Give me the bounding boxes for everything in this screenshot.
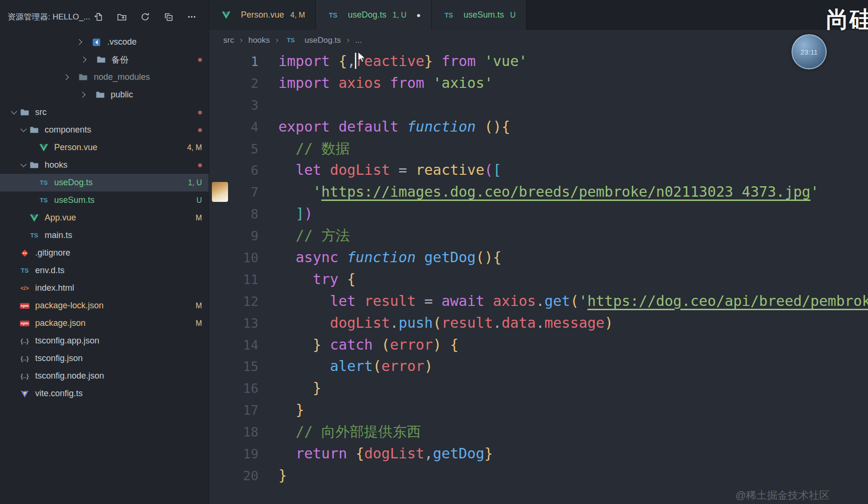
token: }: [313, 336, 330, 353]
tree-item-node_modules[interactable]: node_modules: [0, 68, 209, 86]
tree-item-label: hooks: [45, 160, 67, 170]
file-tree: .vscode备份node_modulespublicsrccomponents…: [0, 33, 209, 504]
token: {: [338, 53, 347, 69]
token: }: [296, 401, 304, 418]
code-line-11[interactable]: 11 try {: [209, 268, 868, 290]
gutter: 17: [209, 399, 278, 421]
code-text: // 数据: [278, 138, 350, 160]
tree-item-vite.config.ts[interactable]: vite.config.ts: [0, 385, 209, 402]
token: error: [390, 336, 433, 353]
folder-modified-dot: [198, 111, 202, 114]
tree-item-decorations: [198, 111, 209, 114]
tree-item-index.html[interactable]: </>index.html: [0, 279, 209, 297]
tree-item-label: useSum.ts: [54, 195, 95, 205]
breadcrumb-item-useDog.ts[interactable]: TSuseDog.ts: [284, 36, 341, 45]
token: [278, 227, 296, 244]
tab-useSum.ts[interactable]: TSuseSum.tsU: [432, 0, 527, 30]
git-status-badge: M: [196, 214, 202, 222]
code-line-16[interactable]: 16 }: [209, 377, 868, 399]
token: (: [485, 162, 493, 178]
tree-item-components[interactable]: components: [0, 121, 209, 139]
line-number: 17: [243, 403, 258, 418]
tree-item-.gitignore[interactable]: .gitignore: [0, 244, 209, 262]
code-line-13[interactable]: 13 dogList.push(result.data.message): [209, 312, 868, 334]
collapse-folders-icon[interactable]: [162, 12, 175, 21]
breadcrumb: src›hooks›TSuseDog.ts›...: [209, 30, 868, 50]
code-line-8[interactable]: 8 ]): [209, 203, 868, 225]
code-line-1[interactable]: 1import {,reactive} from 'vue': [209, 50, 868, 72]
new-folder-icon[interactable]: [115, 12, 128, 21]
tree-item-package.json[interactable]: npmpackage.jsonM: [0, 314, 209, 332]
line-number: 19: [243, 447, 258, 461]
token: ]: [296, 205, 304, 222]
tree-item-App.vue[interactable]: App.vueM: [0, 209, 209, 227]
more-actions-icon[interactable]: [185, 12, 198, 21]
code-line-9[interactable]: 9 // 方法: [209, 225, 868, 247]
tree-item-tsconfig.node.json[interactable]: {..}tsconfig.node.json: [0, 367, 209, 385]
gutter: 2: [209, 72, 278, 94]
token: push: [399, 314, 433, 331]
tree-item-hooks[interactable]: hooks: [0, 156, 209, 174]
tree-item-decorations: U: [196, 196, 209, 205]
tree-item-main.ts[interactable]: TSmain.ts: [0, 227, 209, 244]
tab-useDog.ts[interactable]: TSuseDog.ts1, U●: [316, 0, 431, 30]
folder-icon: [28, 162, 41, 169]
code-line-18[interactable]: 18 // 向外部提供东西: [209, 421, 868, 443]
code-line-2[interactable]: 2import axios from 'axios': [209, 72, 868, 94]
code-line-20[interactable]: 20}: [209, 465, 868, 486]
tree-item-src[interactable]: src: [0, 104, 209, 121]
chevron-right-icon: [75, 40, 90, 44]
tree-item-tsconfig.json[interactable]: {..}tsconfig.json: [0, 350, 209, 367]
code-line-5[interactable]: 5 // 数据: [209, 138, 868, 160]
code-line-7[interactable]: 7 'https://images.dog.ceo/breeds/pembrok…: [209, 181, 868, 203]
tree-item-label: 备份: [112, 54, 129, 66]
code-text: // 方法: [278, 225, 350, 247]
git-status-badge: M: [196, 302, 202, 310]
tree-item-env.d.ts[interactable]: TSenv.d.ts: [0, 262, 209, 279]
tree-item-Person.vue[interactable]: Person.vue4, M: [0, 139, 209, 156]
code-line-17[interactable]: 17 }: [209, 399, 868, 421]
gutter: 12: [209, 290, 278, 312]
tree-item-useSum.ts[interactable]: TSuseSum.tsU: [0, 191, 209, 209]
tab-git-badge: 4, M: [290, 11, 305, 19]
tree-item-label: env.d.ts: [35, 266, 65, 276]
code-line-10[interactable]: 10 async function getDog(){: [209, 247, 868, 268]
breadcrumb-item-src[interactable]: src: [223, 36, 234, 45]
token: (: [433, 314, 441, 331]
code-line-4[interactable]: 4export default function (){: [209, 116, 868, 138]
tree-item-useDog.ts[interactable]: TSuseDog.ts1, U: [0, 174, 209, 191]
recording-clock-overlay: 23:11: [792, 34, 827, 69]
tree-item-package-lock.json[interactable]: npmpackage-lock.jsonM: [0, 297, 209, 314]
breadcrumb-item-hooks[interactable]: hooks: [248, 36, 270, 45]
code-line-12[interactable]: 12 let result = await axios.get('https:/…: [209, 290, 868, 312]
token: axios: [493, 293, 536, 309]
token: // 向外部提供东西: [296, 423, 421, 440]
code-line-6[interactable]: 6 let dogList = reactive([: [209, 159, 868, 181]
tree-item-.vscode[interactable]: .vscode: [0, 33, 209, 51]
code-line-19[interactable]: 19 return {dogList,getDog}: [209, 443, 868, 465]
tree-item-备份[interactable]: 备份: [0, 51, 209, 68]
breadcrumb-item-...[interactable]: ...: [355, 36, 362, 45]
tab-label: useSum.ts: [464, 10, 504, 20]
code-area[interactable]: 1import {,reactive} from 'vue'2import ax…: [209, 50, 868, 504]
token: return: [296, 445, 355, 462]
tree-item-tsconfig.app.json[interactable]: {..}tsconfig.app.json: [0, 332, 209, 350]
token: ): [604, 314, 613, 331]
new-file-icon[interactable]: [92, 12, 105, 21]
refresh-icon[interactable]: [138, 12, 152, 21]
token: [278, 445, 296, 462]
breadcrumb-label: hooks: [248, 36, 270, 45]
unsaved-dot[interactable]: ●: [417, 11, 421, 19]
code-line-15[interactable]: 15 alert(error): [209, 355, 868, 377]
git-status-badge: M: [196, 319, 202, 328]
gutter: 10: [209, 247, 278, 268]
code-line-14[interactable]: 14 } catch (error) {: [209, 334, 868, 356]
tab-Person.vue[interactable]: Person.vue4, M: [209, 0, 316, 30]
gutter: 11: [209, 268, 278, 290]
ts-icon: TS: [37, 197, 50, 203]
code-line-3[interactable]: 3: [209, 94, 868, 116]
tree-item-public[interactable]: public: [0, 86, 209, 104]
folder-icon: [95, 56, 108, 63]
tab-label: useDog.ts: [348, 10, 386, 20]
git-status-badge: 1, U: [188, 179, 202, 187]
